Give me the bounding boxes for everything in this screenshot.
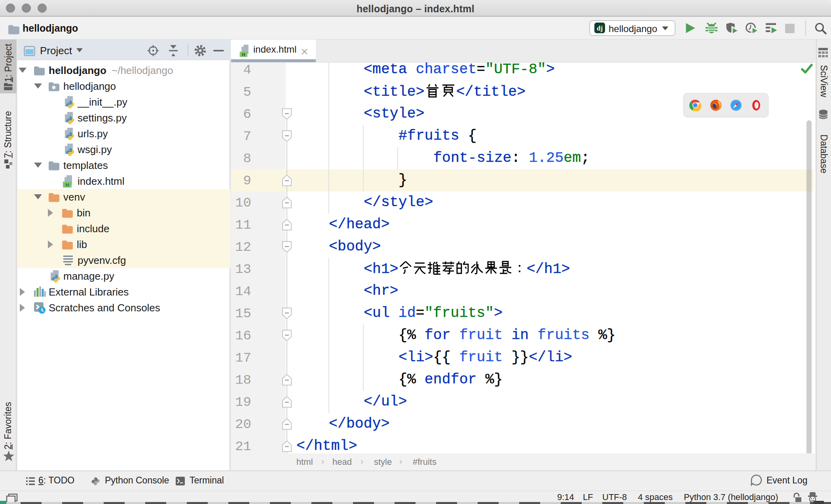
svg-text:dj: dj [597, 25, 603, 32]
svg-text:H: H [242, 52, 245, 57]
